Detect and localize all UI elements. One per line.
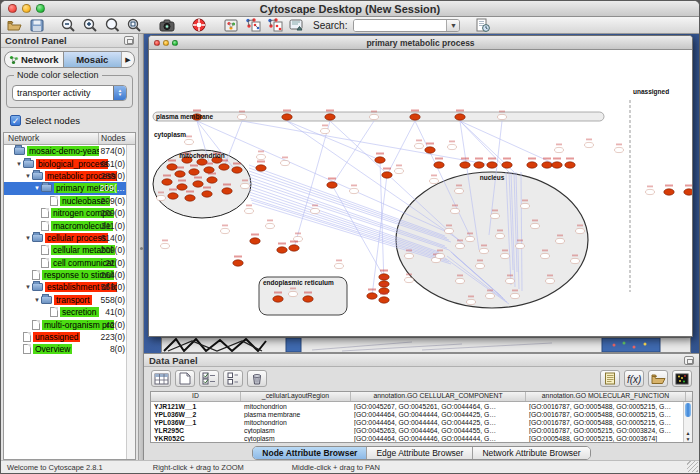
tree-row[interactable]: ▼biological_process651(0) (4, 157, 135, 169)
highlighted-gene-node[interactable] (502, 162, 512, 168)
expand-arrow-icon[interactable]: ▼ (33, 297, 41, 303)
layout-icon[interactable] (221, 18, 240, 33)
gene-node[interactable] (511, 293, 520, 298)
highlighted-gene-node[interactable] (367, 293, 377, 299)
float-data-panel-icon[interactable] (684, 356, 694, 365)
highlighted-gene-node[interactable] (410, 114, 420, 120)
table-cell[interactable]: mitochondrion (241, 403, 351, 410)
table-cell[interactable]: plasma membrane (241, 411, 351, 418)
browser-tab[interactable]: Network Attribute Browser (473, 447, 589, 459)
table-row[interactable]: YPL036W__2plasma membrane[GO:0044464, GO… (151, 410, 692, 418)
table-column-header[interactable]: annotation.GO CELLULAR_COMPONENT (351, 392, 526, 401)
gene-node[interactable] (451, 208, 460, 213)
snapshot-icon[interactable] (157, 18, 176, 33)
highlighted-gene-node[interactable] (207, 177, 217, 183)
table-cell[interactable]: [GO:0016787, GO:0005488, GO:0005215, G… (526, 419, 686, 426)
node-color-dropdown[interactable]: transporter activity ▲▼ (12, 85, 127, 101)
browser-tab[interactable]: Edge Attribute Browser (367, 447, 473, 459)
gene-node[interactable] (445, 228, 454, 233)
gene-node[interactable] (467, 299, 476, 304)
select-nodes-checkbox[interactable]: ✓ (10, 115, 21, 126)
table-cell[interactable]: [GO:0045263, GO:0044464, GO:0044455, G… (351, 427, 526, 434)
highlighted-gene-node[interactable] (193, 181, 203, 187)
gene-node[interactable] (311, 208, 320, 213)
highlighted-gene-node[interactable] (185, 195, 195, 201)
expand-arrow-icon[interactable]: ▼ (24, 284, 32, 290)
gene-node[interactable] (335, 263, 344, 268)
open-attributes-icon[interactable] (648, 370, 668, 387)
gene-node[interactable] (456, 278, 465, 283)
table-cell[interactable]: [GO:0005488, GO:0005215, GO:0003674] (526, 435, 686, 442)
tree-row[interactable]: ▼cellular process614(0) (4, 232, 135, 244)
gene-node[interactable] (466, 236, 475, 241)
highlighted-gene-node[interactable] (327, 182, 337, 188)
table-cell[interactable]: [GO:0016787, GO:0005488, GO:0005215, G… (526, 411, 686, 418)
delete-attribute-icon[interactable] (247, 370, 267, 387)
table-row[interactable]: YPL036W__1mitochondrion[GO:0044464, GO:0… (151, 418, 692, 426)
table-row[interactable]: YJR121W__1mitochondrion[GO:0045267, GO:0… (151, 402, 692, 410)
gene-node[interactable] (350, 188, 359, 193)
table-cell[interactable]: [GO:0045267, GO:0045261, GO:0044464, G… (351, 403, 526, 410)
gene-node[interactable] (405, 277, 414, 282)
resize-grip[interactable] (687, 461, 698, 472)
table-icon[interactable] (151, 370, 171, 387)
import-table-icon[interactable] (265, 18, 284, 33)
table-cell[interactable]: mitochondrion (241, 419, 351, 426)
highlighted-gene-node[interactable] (455, 114, 465, 120)
gene-node[interactable] (448, 144, 457, 149)
tree-row[interactable]: response to stimulu264(0) (4, 269, 135, 281)
gene-node[interactable] (501, 253, 510, 258)
network-edge[interactable] (294, 121, 330, 248)
highlighted-gene-node[interactable] (474, 162, 484, 168)
highlighted-gene-node[interactable] (434, 162, 444, 168)
expand-arrow-icon[interactable]: ▼ (33, 185, 41, 191)
import-network-icon[interactable] (243, 18, 262, 33)
gene-node[interactable] (405, 253, 414, 258)
background-network-window[interactable] (161, 337, 691, 353)
highlighted-gene-node[interactable] (282, 114, 292, 120)
gene-node[interactable] (430, 178, 439, 183)
highlighted-gene-node[interactable] (233, 260, 243, 266)
expand-arrow-icon[interactable]: ▼ (24, 235, 32, 241)
highlighted-gene-node[interactable] (375, 157, 385, 163)
gene-node[interactable] (395, 168, 404, 173)
highlighted-gene-node[interactable] (177, 184, 187, 190)
tab-mosaic[interactable]: Mosaic (63, 52, 122, 67)
network-edge[interactable] (242, 121, 492, 165)
tab-network[interactable]: Network (5, 52, 63, 67)
gene-node[interactable] (576, 228, 585, 233)
tree-row[interactable]: mosaic-demo-yeast874(0) (4, 145, 135, 157)
table-cell[interactable]: [GO:0044464, GO:0044446, GO:0044444, G… (351, 435, 526, 442)
table-cell[interactable]: YPL036W__1 (151, 419, 241, 426)
gene-node[interactable] (321, 128, 330, 133)
highlighted-gene-node[interactable] (382, 172, 392, 178)
gene-node[interactable] (556, 238, 565, 243)
network-graph[interactable]: plasma membranecytoplasmmitochondrionnuc… (149, 50, 692, 337)
tree-row[interactable]: secretion41(0) (4, 306, 135, 318)
highlighted-gene-node[interactable] (232, 167, 242, 173)
network-edge[interactable] (380, 160, 384, 284)
table-cell[interactable]: [GO:0044464, GO:0044444, GO:0044425, G… (351, 419, 526, 426)
filter-icon[interactable] (287, 18, 306, 33)
table-cell[interactable]: [GO:0044464, GO:0044444, GO:0044425, G… (351, 411, 526, 418)
scrollbar-arrows[interactable]: ▲▼ (684, 430, 692, 442)
gene-node[interactable] (185, 139, 194, 144)
gene-node[interactable] (221, 228, 230, 233)
help-icon[interactable] (189, 18, 208, 33)
tree-row[interactable]: macromolecule311(0) (4, 219, 135, 231)
highlighted-gene-node[interactable] (168, 193, 178, 199)
highlighted-gene-node[interactable] (565, 162, 575, 168)
table-cell[interactable]: YLR295C (151, 427, 241, 434)
annotation-icon[interactable] (473, 18, 492, 33)
table-cell[interactable]: [GO:0016787, GO:0005215, GO:0003824, G… (526, 427, 686, 434)
highlighted-gene-node[interactable] (250, 238, 260, 244)
tree-row[interactable]: unassigned223(0) (4, 331, 135, 343)
import-attributes-icon[interactable] (600, 370, 620, 387)
gene-node[interactable] (585, 142, 594, 147)
gene-node[interactable] (161, 243, 170, 248)
highlighted-gene-node[interactable] (487, 162, 497, 168)
gene-node[interactable] (531, 223, 540, 228)
gene-node[interactable] (571, 258, 580, 263)
highlighted-gene-node[interactable] (664, 189, 674, 195)
table-scrollbar[interactable]: ▲▼ (683, 402, 692, 442)
